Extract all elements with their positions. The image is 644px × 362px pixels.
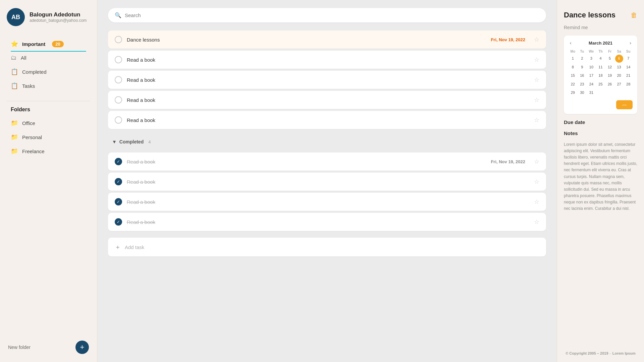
task-item: Read a book ☆: [108, 91, 546, 109]
cal-day-19[interactable]: 19: [605, 72, 614, 79]
calendar-confirm: —: [569, 100, 633, 109]
cal-day-31[interactable]: 31: [587, 89, 596, 97]
task-star-2[interactable]: ☆: [534, 56, 539, 63]
cal-day-8[interactable]: 8: [569, 63, 577, 71]
task-star-4[interactable]: ☆: [534, 96, 539, 104]
cal-day-5[interactable]: 5: [605, 55, 614, 63]
cal-day-14[interactable]: 14: [624, 63, 633, 71]
cal-day-16[interactable]: 16: [578, 72, 587, 79]
cal-day-6[interactable]: 6: [615, 55, 623, 63]
cal-day-4[interactable]: 4: [596, 55, 605, 63]
completed-star-3[interactable]: ☆: [534, 198, 539, 205]
chevron-down-icon: ▼: [112, 139, 117, 144]
search-input[interactable]: [125, 12, 539, 18]
remind-me-label: Remind me: [564, 25, 637, 30]
cal-day-empty-4: [624, 89, 633, 97]
copyright-brand: Lorem Ipsum: [612, 351, 636, 355]
bottom-section: New folder +: [7, 341, 90, 354]
cal-day-23[interactable]: 23: [578, 80, 587, 88]
sidebar-item-completed[interactable]: 📋 Completed: [7, 65, 90, 79]
cal-day-2[interactable]: 2: [578, 55, 587, 63]
cal-day-1[interactable]: 1: [569, 55, 577, 63]
cal-confirm-button[interactable]: —: [616, 100, 633, 109]
cal-day-15[interactable]: 15: [569, 72, 577, 79]
completed-label-2: Read a book: [127, 179, 529, 185]
cal-header-su: Su: [624, 49, 633, 54]
completed-star-4[interactable]: ☆: [534, 218, 539, 226]
plus-icon: ＋: [115, 243, 121, 251]
cal-day-28[interactable]: 28: [624, 80, 633, 88]
cal-day-11[interactable]: 11: [596, 63, 605, 71]
task-star-1[interactable]: ☆: [534, 36, 539, 43]
task-checkbox-2[interactable]: [115, 56, 122, 63]
cal-next-button[interactable]: ›: [628, 40, 633, 46]
cal-day-3[interactable]: 3: [587, 55, 596, 63]
notes-label: Notes: [564, 130, 637, 136]
cal-day-27[interactable]: 27: [615, 80, 624, 88]
cal-day-29[interactable]: 29: [569, 89, 577, 97]
user-email: adedotun_balogun@yahoo.com: [30, 18, 87, 23]
completed-nav-icon: 📋: [11, 68, 18, 75]
due-date-label: Due date: [564, 119, 637, 125]
search-icon: 🔍: [115, 12, 121, 18]
sidebar-item-all[interactable]: 🗂 All: [7, 51, 90, 65]
completed-checkbox-2[interactable]: ✓: [115, 178, 122, 185]
folder-office[interactable]: 📁 Office: [7, 116, 90, 130]
completed-task-item: ✓ Read a book Fri, Nov 19, 2022 ☆: [108, 153, 546, 171]
completed-label-3: Read a book: [127, 199, 529, 205]
cal-day-17[interactable]: 17: [587, 72, 596, 79]
sidebar-item-tasks[interactable]: 📋 Tasks: [7, 79, 90, 93]
task-star-3[interactable]: ☆: [534, 76, 539, 83]
main-content: 🔍 Dance lessons Fri, Nov 19, 2022 ☆ Read…: [97, 0, 557, 362]
add-task-row[interactable]: ＋ Add task: [108, 238, 546, 256]
completed-checkbox-4[interactable]: ✓: [115, 218, 122, 226]
task-checkbox-1[interactable]: [115, 36, 122, 43]
folder-personal[interactable]: 📁 Personal: [7, 130, 90, 144]
cal-day-21[interactable]: 21: [624, 72, 633, 79]
task-checkbox-3[interactable]: [115, 76, 122, 83]
add-folder-button[interactable]: +: [75, 341, 89, 354]
calendar-title: March 2021: [589, 41, 612, 46]
cal-day-25[interactable]: 25: [596, 80, 605, 88]
completed-count-badge: 4: [148, 139, 151, 144]
sidebar-item-important[interactable]: ⭐ Important 20: [7, 37, 90, 51]
task-checkbox-5[interactable]: [115, 116, 122, 124]
sidebar: AB Balogun Adedotun adedotun_balogun@yah…: [0, 0, 97, 362]
completed-section-divider: ▼ Completed 4: [108, 136, 546, 147]
folder-freelance-label: Freelance: [22, 148, 45, 154]
cal-day-24[interactable]: 24: [587, 80, 596, 88]
completed-star-1[interactable]: ☆: [534, 158, 539, 165]
cal-day-26[interactable]: 26: [605, 80, 614, 88]
cal-prev-button[interactable]: ‹: [569, 40, 573, 46]
cal-day-13[interactable]: 13: [615, 63, 624, 71]
completed-section-header[interactable]: ▼ Completed 4: [108, 136, 546, 147]
cal-day-20[interactable]: 20: [615, 72, 624, 79]
cal-day-9[interactable]: 9: [578, 63, 587, 71]
folder-freelance[interactable]: 📁 Freelance: [7, 144, 90, 158]
task-item: Dance lessons Fri, Nov 19, 2022 ☆: [108, 31, 546, 49]
cal-header-mo: Mo: [569, 49, 577, 54]
completed-checkbox-3[interactable]: ✓: [115, 198, 122, 205]
completed-star-2[interactable]: ☆: [534, 178, 539, 185]
cal-day-empty-2: [605, 89, 614, 97]
completed-task-item: ✓ Read a book ☆: [108, 213, 546, 231]
cal-day-30[interactable]: 30: [578, 89, 587, 97]
user-info: Balogun Adedotun adedotun_balogun@yahoo.…: [30, 11, 87, 23]
cal-day-18[interactable]: 18: [596, 72, 605, 79]
completed-checkbox-1[interactable]: ✓: [115, 158, 122, 165]
trash-icon[interactable]: 🗑: [631, 11, 637, 19]
completed-label-4: Read a book: [127, 219, 529, 225]
right-panel: Dance lessons 🗑 Remind me ‹ March 2021 ›…: [557, 0, 644, 362]
folder-personal-icon: 📁: [11, 133, 18, 141]
task-checkbox-4[interactable]: [115, 96, 122, 104]
task-label-4: Read a book: [127, 97, 529, 103]
task-list: Dance lessons Fri, Nov 19, 2022 ☆ Read a…: [108, 31, 546, 231]
cal-day-empty-3: [615, 89, 624, 97]
task-star-5[interactable]: ☆: [534, 116, 539, 124]
cal-day-12[interactable]: 12: [605, 63, 614, 71]
search-bar[interactable]: 🔍: [108, 8, 546, 22]
cal-day-7[interactable]: 7: [624, 55, 633, 63]
cal-day-22[interactable]: 22: [569, 80, 577, 88]
task-label-2: Read a book: [127, 57, 529, 63]
cal-day-10[interactable]: 10: [587, 63, 596, 71]
